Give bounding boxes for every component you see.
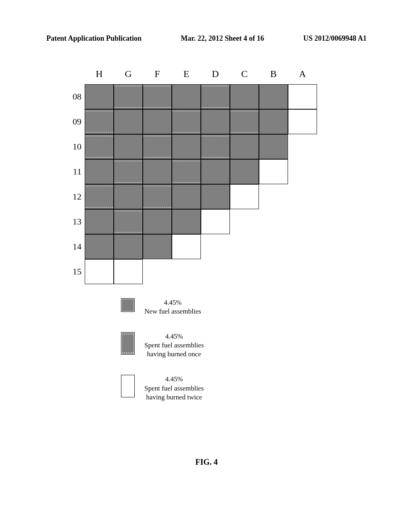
grid-cell [114,84,143,109]
grid-cell [114,159,143,184]
legend-swatch-once [121,332,135,355]
grid-cell [143,184,172,209]
grid-cell [230,84,259,109]
grid-cell [201,134,230,159]
legend-enrichment: 4.45% [144,375,204,384]
grid-cell [114,259,143,284]
row-label: 14 [65,234,85,259]
grid-cell [114,209,143,234]
legend-text: 4.45% Spent fuel assemblies having burne… [144,375,204,401]
grid-cell [85,209,114,234]
legend: 4.45% New fuel assemblies 4.45% Spent fu… [121,298,204,418]
grid-cell [85,184,114,209]
grid-cell [85,84,114,109]
grid-cell [85,234,114,259]
grid-cell [259,159,288,184]
grid-cell [85,134,114,159]
row-labels: 08 09 10 11 12 13 14 15 [65,84,85,284]
row-label: 08 [65,84,85,109]
column-labels: H G F E D C B A [85,69,317,79]
legend-enrichment: 4.45% [144,332,204,341]
grid-cell [288,109,317,134]
legend-item-new: 4.45% New fuel assemblies [121,298,204,316]
grid-cell [143,134,172,159]
grid-cell [288,84,317,109]
row-label: 09 [65,109,85,134]
grid-cell [114,109,143,134]
grid-cell [172,209,201,234]
legend-desc: Spent fuel assemblies [144,341,204,350]
grid-cell [230,109,259,134]
grid-cell [172,134,201,159]
page-header: Patent Application Publication Mar. 22, … [0,34,413,43]
grid-cell [172,84,201,109]
grid-cell [259,109,288,134]
grid-cell [230,134,259,159]
header-left: Patent Application Publication [46,34,142,43]
legend-swatch-twice [121,375,135,397]
grid-cell [114,184,143,209]
figure-label: FIG. 4 [0,457,413,467]
assembly-grid [85,84,317,284]
row-label: 11 [65,159,85,184]
legend-desc: having burned once [144,350,204,359]
col-label: G [114,69,143,79]
header-center: Mar. 22, 2012 Sheet 4 of 16 [181,34,264,43]
legend-item-twice: 4.45% Spent fuel assemblies having burne… [121,375,204,401]
header-right: US 2012/0069948 A1 [303,34,367,43]
grid-cell [201,84,230,109]
col-label: B [259,69,288,79]
row-label: 10 [65,134,85,159]
grid-cell [143,159,172,184]
legend-desc: Spent fuel assemblies [144,384,204,393]
grid-cell [201,159,230,184]
row-label: 13 [65,209,85,234]
legend-desc: New fuel assemblies [144,307,201,316]
legend-item-once: 4.45% Spent fuel assemblies having burne… [121,332,204,359]
row-label: 12 [65,184,85,209]
grid-cell [259,84,288,109]
grid-cell [172,159,201,184]
legend-enrichment: 4.45% [144,298,201,307]
grid-cell [143,209,172,234]
grid-cell [85,159,114,184]
grid-cell [143,84,172,109]
grid-cell [85,109,114,134]
figure-grid: H G F E D C B A 08 09 10 11 12 13 14 15 [65,69,317,284]
grid-cell [259,134,288,159]
row-label: 15 [65,259,85,284]
col-label: C [230,69,259,79]
col-label: F [143,69,172,79]
grid-cell [143,109,172,134]
grid-cell [230,159,259,184]
grid-cell [230,184,259,209]
col-label: H [85,69,114,79]
grid-cell [201,109,230,134]
grid-cell [201,184,230,209]
grid-cell [172,234,201,259]
grid-cell [143,234,172,259]
legend-text: 4.45% Spent fuel assemblies having burne… [144,332,204,359]
col-label: E [172,69,201,79]
grid-cell [114,134,143,159]
grid-cell [85,259,114,284]
legend-swatch-new [121,298,135,312]
legend-desc: having burned twice [144,393,204,402]
grid-cell [172,184,201,209]
col-label: A [288,69,317,79]
grid-cell [114,234,143,259]
col-label: D [201,69,230,79]
grid-cell [172,109,201,134]
grid-cell [201,209,230,234]
legend-text: 4.45% New fuel assemblies [144,298,201,316]
